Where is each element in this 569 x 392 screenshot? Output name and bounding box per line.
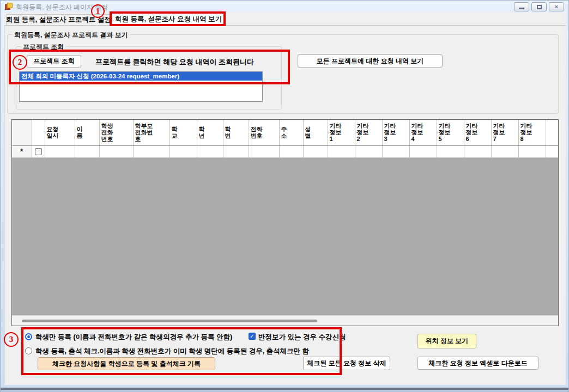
grid-column-header[interactable]: 기타 정보 2 <box>355 120 382 145</box>
excel-download-button[interactable]: 체크한 요청 정보 엑셀로 다운로드 <box>417 357 538 370</box>
grid-empty-cell[interactable] <box>197 145 223 157</box>
grid-empty-cell[interactable] <box>75 145 99 157</box>
grid-column-header[interactable]: 이 름 <box>75 120 99 145</box>
grid-corner-header <box>12 120 32 145</box>
annotation-rect-tab <box>110 11 226 26</box>
grid-column-header[interactable]: 학부모 전화번 호 <box>133 120 170 145</box>
grid-empty-cell[interactable] <box>464 145 491 157</box>
grid-column-header[interactable]: 요청 일시 <box>45 120 75 145</box>
location-info-button[interactable]: 위치 정보 보기 <box>417 334 476 348</box>
grid-empty-cell[interactable] <box>170 145 197 157</box>
grid-column-header[interactable]: 전화 번호 <box>249 120 279 145</box>
grid-new-row-marker: * <box>12 145 32 157</box>
grid-column-header <box>546 120 558 145</box>
grid-horizontal-scrollbar[interactable] <box>12 315 558 326</box>
title-bar[interactable]: 회원등록, 설문조사 페이지 설정 ✕ <box>1 1 568 13</box>
annotation-circle-2: 2 <box>13 55 27 70</box>
close-button[interactable]: ✕ <box>549 2 564 11</box>
grid-empty-cell[interactable] <box>355 145 382 157</box>
requests-data-grid[interactable]: 요청 일시이 름학생 전화 번호학부모 전화번 호학 교학 년학 번전화 번호주… <box>11 119 559 326</box>
grid-column-header[interactable]: 기타 정보 6 <box>464 120 491 145</box>
annotation-circle-3: 3 <box>4 332 19 347</box>
grid-empty-cell[interactable] <box>491 145 518 157</box>
grid-header-row: 요청 일시이 름학생 전화 번호학부모 전화번 호학 교학 년학 번전화 번호주… <box>12 120 558 145</box>
group-project-results-label: 회원등록, 설문조사 프로젝트 결과 보기 <box>12 30 130 40</box>
minimize-icon <box>519 8 524 9</box>
grid-column-header[interactable]: 기타 정보 7 <box>491 120 518 145</box>
grid-row-checkbox[interactable] <box>35 148 42 155</box>
annotation-rect-options <box>21 327 342 375</box>
grid-empty-cell[interactable] <box>279 145 303 157</box>
grid-empty-cell[interactable] <box>303 145 328 157</box>
grid-empty-cell[interactable] <box>249 145 279 157</box>
grid-column-header <box>32 120 45 145</box>
grid-checkbox-cell[interactable] <box>32 145 45 157</box>
grid-scrollbar-thumb[interactable] <box>22 320 317 322</box>
grid-empty-cell[interactable] <box>223 145 249 157</box>
grid-column-header[interactable]: 기타 정보 3 <box>382 120 409 145</box>
grid-new-row: * <box>12 145 558 157</box>
grid-empty-cell[interactable] <box>437 145 464 157</box>
app-icon <box>5 3 13 10</box>
grid-column-header[interactable]: 학생 전화 번호 <box>99 120 133 145</box>
maximize-icon <box>537 5 542 9</box>
grid-column-header[interactable]: 주 소 <box>279 120 303 145</box>
minimize-button[interactable] <box>514 2 529 11</box>
grid-empty-cell[interactable] <box>409 145 437 157</box>
grid-empty-cell[interactable] <box>133 145 170 157</box>
app-window: 회원등록, 설문조사 페이지 설정 ✕ 회원 등록, 설문조사 프로젝트 설정 … <box>0 0 569 392</box>
maximize-button[interactable] <box>531 2 547 11</box>
grid-column-header[interactable]: 기타 정보 5 <box>437 120 464 145</box>
grid-empty-cell[interactable] <box>328 145 355 157</box>
annotation-circle-1: 1 <box>91 4 105 18</box>
window-bottom-edge <box>1 388 568 390</box>
annotation-rect-project <box>9 50 290 84</box>
grid-column-header[interactable]: 학 년 <box>197 120 223 145</box>
grid-empty-cell[interactable] <box>518 145 546 157</box>
grid-empty-cell[interactable] <box>45 145 75 157</box>
grid-column-header[interactable]: 성 별 <box>303 120 328 145</box>
grid-empty-cell[interactable] <box>546 145 558 157</box>
all-projects-requests-button[interactable]: 모든 프로젝트에 대한 요청 내역 보기 <box>298 54 443 68</box>
grid-empty-cell[interactable] <box>99 145 133 157</box>
grid-column-header[interactable]: 기타 정보 8 <box>518 120 546 145</box>
grid-column-header[interactable]: 학 교 <box>170 120 197 145</box>
close-icon: ✕ <box>554 4 559 10</box>
requests-table: 요청 일시이 름학생 전화 번호학부모 전화번 호학 교학 년학 번전화 번호주… <box>12 120 559 158</box>
grid-column-header[interactable]: 기타 정보 1 <box>328 120 355 145</box>
grid-column-header[interactable]: 기타 정보 4 <box>409 120 437 145</box>
grid-empty-cell[interactable] <box>382 145 409 157</box>
grid-column-header[interactable]: 학 번 <box>223 120 249 145</box>
